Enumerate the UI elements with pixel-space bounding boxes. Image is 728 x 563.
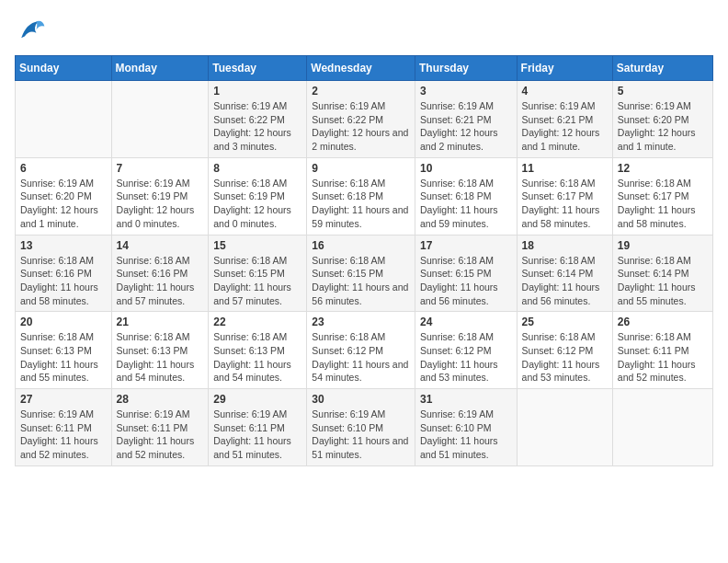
calendar-cell: 17Sunrise: 6:18 AMSunset: 6:15 PMDayligh… (415, 235, 517, 312)
day-number: 31 (420, 393, 512, 406)
day-number: 2 (312, 85, 410, 98)
day-info: Sunrise: 6:19 AMSunset: 6:11 PMDaylight:… (117, 408, 204, 462)
day-number: 21 (117, 316, 204, 328)
calendar-cell: 4Sunrise: 6:19 AMSunset: 6:21 PMDaylight… (517, 81, 612, 158)
day-number: 12 (618, 162, 708, 175)
day-info: Sunrise: 6:18 AMSunset: 6:16 PMDaylight:… (117, 254, 204, 308)
day-number: 18 (522, 239, 608, 252)
page-header (15, 15, 713, 48)
calendar-cell: 5Sunrise: 6:19 AMSunset: 6:20 PMDaylight… (612, 81, 712, 158)
day-number: 9 (312, 162, 410, 175)
day-number: 19 (618, 239, 708, 252)
day-info: Sunrise: 6:18 AMSunset: 6:15 PMDaylight:… (420, 254, 512, 308)
day-info: Sunrise: 6:18 AMSunset: 6:14 PMDaylight:… (618, 254, 708, 308)
calendar-week-row: 27Sunrise: 6:19 AMSunset: 6:11 PMDayligh… (16, 389, 713, 466)
day-number: 28 (117, 393, 204, 406)
day-number: 27 (20, 393, 107, 406)
calendar-cell: 30Sunrise: 6:19 AMSunset: 6:10 PMDayligh… (307, 389, 415, 466)
day-number: 16 (312, 239, 410, 252)
day-number: 11 (522, 162, 608, 175)
calendar-cell: 18Sunrise: 6:18 AMSunset: 6:14 PMDayligh… (517, 235, 612, 312)
calendar-cell: 31Sunrise: 6:19 AMSunset: 6:10 PMDayligh… (415, 389, 517, 466)
calendar-week-row: 20Sunrise: 6:18 AMSunset: 6:13 PMDayligh… (16, 312, 713, 389)
calendar-cell: 20Sunrise: 6:18 AMSunset: 6:13 PMDayligh… (16, 312, 112, 389)
day-info: Sunrise: 6:18 AMSunset: 6:15 PMDaylight:… (213, 254, 301, 308)
day-number: 4 (522, 85, 608, 98)
calendar-cell: 21Sunrise: 6:18 AMSunset: 6:13 PMDayligh… (111, 312, 209, 389)
day-info: Sunrise: 6:18 AMSunset: 6:19 PMDaylight:… (213, 177, 301, 231)
day-info: Sunrise: 6:18 AMSunset: 6:14 PMDaylight:… (522, 254, 608, 308)
calendar-cell: 2Sunrise: 6:19 AMSunset: 6:22 PMDaylight… (307, 81, 415, 158)
calendar-cell: 8Sunrise: 6:18 AMSunset: 6:19 PMDaylight… (209, 157, 307, 235)
weekday-header: Wednesday (307, 56, 415, 81)
day-info: Sunrise: 6:18 AMSunset: 6:18 PMDaylight:… (420, 177, 512, 231)
weekday-header: Saturday (612, 56, 712, 81)
day-number: 13 (20, 239, 107, 252)
day-info: Sunrise: 6:18 AMSunset: 6:11 PMDaylight:… (618, 330, 708, 385)
day-number: 29 (213, 393, 301, 406)
calendar-week-row: 6Sunrise: 6:19 AMSunset: 6:20 PMDaylight… (16, 157, 713, 235)
weekday-header: Thursday (415, 56, 517, 81)
day-info: Sunrise: 6:18 AMSunset: 6:13 PMDaylight:… (213, 330, 301, 385)
weekday-row: SundayMondayTuesdayWednesdayThursdayFrid… (16, 56, 713, 81)
calendar-cell: 7Sunrise: 6:19 AMSunset: 6:19 PMDaylight… (111, 157, 209, 235)
day-info: Sunrise: 6:19 AMSunset: 6:19 PMDaylight:… (117, 177, 204, 231)
calendar-cell: 24Sunrise: 6:18 AMSunset: 6:12 PMDayligh… (415, 312, 517, 389)
calendar-cell: 25Sunrise: 6:18 AMSunset: 6:12 PMDayligh… (517, 312, 612, 389)
day-info: Sunrise: 6:18 AMSunset: 6:17 PMDaylight:… (618, 177, 708, 231)
day-info: Sunrise: 6:18 AMSunset: 6:17 PMDaylight:… (522, 177, 608, 231)
calendar-cell: 14Sunrise: 6:18 AMSunset: 6:16 PMDayligh… (111, 235, 209, 312)
calendar-cell: 26Sunrise: 6:18 AMSunset: 6:11 PMDayligh… (612, 312, 712, 389)
day-info: Sunrise: 6:18 AMSunset: 6:13 PMDaylight:… (20, 330, 107, 385)
day-number: 6 (20, 162, 107, 175)
calendar-cell: 22Sunrise: 6:18 AMSunset: 6:13 PMDayligh… (209, 312, 307, 389)
calendar-cell (612, 389, 712, 466)
day-number: 5 (618, 85, 708, 98)
calendar-cell (16, 81, 112, 158)
day-number: 10 (420, 162, 512, 175)
day-info: Sunrise: 6:18 AMSunset: 6:12 PMDaylight:… (312, 330, 410, 385)
day-info: Sunrise: 6:18 AMSunset: 6:16 PMDaylight:… (20, 254, 107, 308)
day-number: 22 (213, 316, 301, 328)
calendar-cell: 11Sunrise: 6:18 AMSunset: 6:17 PMDayligh… (517, 157, 612, 235)
day-info: Sunrise: 6:19 AMSunset: 6:10 PMDaylight:… (420, 408, 512, 462)
day-number: 14 (117, 239, 204, 252)
day-number: 25 (522, 316, 608, 328)
calendar-week-row: 13Sunrise: 6:18 AMSunset: 6:16 PMDayligh… (16, 235, 713, 312)
calendar-cell: 29Sunrise: 6:19 AMSunset: 6:11 PMDayligh… (209, 389, 307, 466)
calendar-cell: 10Sunrise: 6:18 AMSunset: 6:18 PMDayligh… (415, 157, 517, 235)
day-number: 15 (213, 239, 301, 252)
day-number: 30 (312, 393, 410, 406)
calendar-cell: 12Sunrise: 6:18 AMSunset: 6:17 PMDayligh… (612, 157, 712, 235)
calendar-cell: 15Sunrise: 6:18 AMSunset: 6:15 PMDayligh… (209, 235, 307, 312)
calendar-cell (111, 81, 209, 158)
calendar-cell: 9Sunrise: 6:18 AMSunset: 6:18 PMDaylight… (307, 157, 415, 235)
day-info: Sunrise: 6:19 AMSunset: 6:10 PMDaylight:… (312, 408, 410, 462)
logo-icon (15, 15, 48, 48)
calendar-cell: 6Sunrise: 6:19 AMSunset: 6:20 PMDaylight… (16, 157, 112, 235)
day-info: Sunrise: 6:19 AMSunset: 6:11 PMDaylight:… (20, 408, 107, 462)
day-number: 23 (312, 316, 410, 328)
calendar-cell (517, 389, 612, 466)
day-info: Sunrise: 6:19 AMSunset: 6:21 PMDaylight:… (420, 99, 512, 154)
weekday-header: Friday (517, 56, 612, 81)
day-number: 7 (117, 162, 204, 175)
calendar-cell: 23Sunrise: 6:18 AMSunset: 6:12 PMDayligh… (307, 312, 415, 389)
calendar-body: 1Sunrise: 6:19 AMSunset: 6:22 PMDaylight… (16, 81, 713, 466)
logo (15, 15, 51, 48)
day-number: 8 (213, 162, 301, 175)
day-info: Sunrise: 6:18 AMSunset: 6:15 PMDaylight:… (312, 254, 410, 308)
calendar-cell: 28Sunrise: 6:19 AMSunset: 6:11 PMDayligh… (111, 389, 209, 466)
calendar-table: SundayMondayTuesdayWednesdayThursdayFrid… (15, 55, 713, 466)
calendar-cell: 3Sunrise: 6:19 AMSunset: 6:21 PMDaylight… (415, 81, 517, 158)
day-number: 17 (420, 239, 512, 252)
day-number: 20 (20, 316, 107, 328)
weekday-header: Tuesday (209, 56, 307, 81)
day-info: Sunrise: 6:19 AMSunset: 6:20 PMDaylight:… (20, 177, 107, 231)
day-info: Sunrise: 6:19 AMSunset: 6:20 PMDaylight:… (618, 99, 708, 154)
weekday-header: Sunday (16, 56, 112, 81)
day-info: Sunrise: 6:19 AMSunset: 6:22 PMDaylight:… (312, 99, 410, 154)
day-number: 24 (420, 316, 512, 328)
calendar-cell: 13Sunrise: 6:18 AMSunset: 6:16 PMDayligh… (16, 235, 112, 312)
day-info: Sunrise: 6:19 AMSunset: 6:22 PMDaylight:… (213, 99, 301, 154)
